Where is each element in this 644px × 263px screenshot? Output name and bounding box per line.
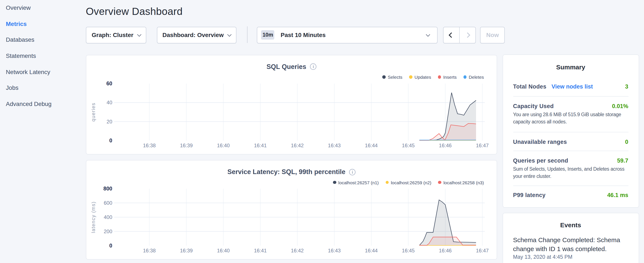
sidebar-item-advanced-debug[interactable]: Advanced Debug bbox=[0, 96, 85, 112]
y-tick-label: 200 bbox=[104, 228, 112, 234]
divider bbox=[513, 185, 628, 186]
graph-dropdown-label: Graph: Cluster bbox=[92, 32, 133, 38]
summary-title: Summary bbox=[503, 63, 638, 71]
summary-desc-queries-per-second: Sum of Selects, Updates, Inserts, and De… bbox=[503, 165, 638, 180]
divider bbox=[513, 96, 628, 97]
y-tick-label: 40 bbox=[106, 100, 112, 105]
x-tick-label: 16:38 bbox=[143, 248, 156, 253]
summary-panel: Summary Total Nodes View nodes list 3 Ca… bbox=[502, 55, 639, 208]
graph-dropdown[interactable]: Graph: Cluster bbox=[86, 27, 146, 43]
toolbar-divider bbox=[247, 26, 247, 43]
x-tick-label: 16:39 bbox=[180, 248, 193, 253]
y-axis-label: queries bbox=[90, 102, 96, 121]
sidebar-item-overview[interactable]: Overview bbox=[0, 0, 85, 16]
x-tick-label: 16:45 bbox=[402, 142, 414, 148]
y-tick-label: 20 bbox=[106, 119, 112, 124]
chevron-down-icon bbox=[227, 32, 232, 36]
x-tick-label: 16:46 bbox=[439, 142, 452, 148]
chart-canvas[interactable]: 16:3816:3916:4016:4116:4216:4316:4416:45… bbox=[86, 160, 498, 260]
x-tick-label: 16:38 bbox=[143, 142, 156, 148]
chevron-right-icon bbox=[465, 32, 470, 38]
chart-panel-service-latency: Service Latency: SQL, 99th percentileilo… bbox=[86, 160, 497, 259]
sidebar-item-network-latency[interactable]: Network Latency bbox=[0, 64, 85, 80]
time-step-forward-button[interactable] bbox=[459, 27, 476, 43]
events-panel: Events Schema Change Completed: Schema c… bbox=[502, 213, 639, 263]
x-tick-label: 16:43 bbox=[328, 248, 340, 253]
x-tick-label: 16:47 bbox=[476, 248, 489, 253]
divider bbox=[513, 150, 628, 151]
event-item-text[interactable]: Schema Change Completed: Schema change w… bbox=[513, 235, 630, 254]
chevron-left-icon bbox=[448, 32, 454, 38]
x-tick-label: 16:44 bbox=[365, 142, 378, 148]
y-axis-label: latency (ms) bbox=[90, 201, 96, 233]
x-tick-label: 16:39 bbox=[180, 142, 193, 148]
event-item-time: May 13, 2020 at 4:45 PM bbox=[513, 254, 628, 261]
time-range-label: Past 10 Minutes bbox=[281, 32, 326, 38]
y-tick-label: 400 bbox=[104, 214, 112, 220]
x-tick-label: 16:45 bbox=[402, 248, 414, 253]
page-title: Overview Dashboard bbox=[86, 6, 182, 18]
summary-label-queries-per-second: Queries per second bbox=[513, 156, 568, 164]
divider bbox=[513, 132, 628, 132]
chart-panel-sql-queries: SQL QueriesiSelectsUpdatesInsertsDeletes… bbox=[86, 55, 497, 154]
time-range-badge: 10m bbox=[261, 30, 274, 40]
summary-label-total-nodes: Total Nodes bbox=[513, 83, 546, 91]
x-tick-label: 16:43 bbox=[328, 142, 340, 148]
time-step-buttons bbox=[443, 27, 476, 43]
chevron-down-icon bbox=[137, 32, 141, 36]
sidebar: Overview Metrics Databases Statements Ne… bbox=[0, 0, 85, 112]
sidebar-item-jobs[interactable]: Jobs bbox=[0, 80, 85, 96]
x-tick-label: 16:41 bbox=[254, 142, 266, 148]
chevron-down-icon bbox=[426, 32, 430, 36]
chart-canvas[interactable]: 16:3816:3916:4016:4116:4216:4316:4416:45… bbox=[86, 55, 498, 155]
x-tick-label: 16:44 bbox=[365, 248, 378, 253]
x-tick-label: 16:42 bbox=[291, 142, 304, 148]
time-range-dropdown[interactable]: 10m Past 10 Minutes bbox=[257, 27, 438, 43]
summary-value-unavailable-ranges: 0 bbox=[625, 138, 628, 146]
dashboard-dropdown-label: Dashboard: Overview bbox=[162, 32, 224, 38]
now-button[interactable]: Now bbox=[480, 27, 505, 43]
x-tick-label: 16:40 bbox=[217, 248, 230, 253]
summary-value-total-nodes: 3 bbox=[625, 83, 628, 91]
summary-label-unavailable-ranges: Unavailable ranges bbox=[513, 138, 567, 146]
summary-value-p99-latency: 46.1 ms bbox=[607, 191, 628, 199]
x-tick-label: 16:40 bbox=[217, 142, 230, 148]
sidebar-item-databases[interactable]: Databases bbox=[0, 32, 85, 48]
x-tick-label: 16:47 bbox=[476, 142, 489, 148]
sidebar-item-statements[interactable]: Statements bbox=[0, 48, 85, 64]
y-tick-label: 800 bbox=[103, 185, 112, 191]
y-tick-label: 600 bbox=[104, 200, 112, 206]
y-tick-label: 60 bbox=[106, 80, 112, 86]
x-tick-label: 16:41 bbox=[254, 248, 266, 253]
x-tick-label: 16:42 bbox=[291, 248, 304, 253]
summary-desc-capacity-used: You are using 28.6 MiB of 515.9 GiB usab… bbox=[503, 111, 638, 126]
dashboard-dropdown[interactable]: Dashboard: Overview bbox=[157, 27, 236, 43]
summary-value-capacity-used: 0.01% bbox=[612, 102, 628, 110]
time-step-back-button[interactable] bbox=[443, 27, 459, 43]
view-nodes-list-link[interactable]: View nodes list bbox=[552, 83, 593, 91]
summary-value-queries-per-second: 59.7 bbox=[617, 156, 628, 164]
summary-label-capacity-used: Capacity Used bbox=[513, 102, 554, 110]
summary-label-p99-latency: P99 latency bbox=[513, 191, 546, 199]
sidebar-item-metrics[interactable]: Metrics bbox=[0, 16, 85, 32]
x-tick-label: 16:46 bbox=[439, 248, 452, 253]
y-tick-label: 0 bbox=[109, 242, 112, 248]
events-title: Events bbox=[503, 221, 638, 229]
y-tick-label: 0 bbox=[109, 137, 112, 143]
